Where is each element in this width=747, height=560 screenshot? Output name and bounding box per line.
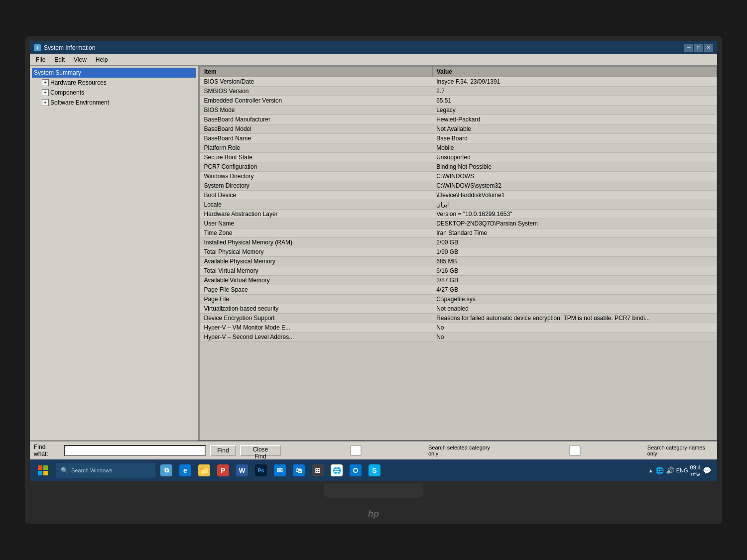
- close-button[interactable]: ✕: [704, 44, 713, 52]
- find-input[interactable]: [64, 445, 207, 456]
- table-cell-value: No: [432, 323, 716, 332]
- table-cell-item: Installed Physical Memory (RAM): [200, 237, 433, 247]
- table-row: Virtualization-based securityNot enabled: [200, 304, 717, 313]
- table-row: Page FileC:\pagefile.sys: [200, 294, 717, 304]
- taskbar-app-store[interactable]: 🛍: [290, 461, 308, 479]
- right-panel: Item Value BIOS Version/DateInsyde F.34,…: [199, 66, 717, 441]
- taskbar-app-photoshop[interactable]: Ps: [252, 461, 270, 479]
- find-checkbox-names[interactable]: [504, 445, 646, 456]
- table-cell-item: Hardware Abstraction Layer: [200, 209, 433, 219]
- app-icon: ℹ: [34, 44, 41, 51]
- menu-help[interactable]: Help: [92, 55, 112, 64]
- find-button[interactable]: Find: [210, 445, 236, 456]
- close-find-button[interactable]: Close Find: [240, 445, 281, 456]
- table-cell-value: 2.7: [432, 86, 716, 96]
- find-checkbox-category[interactable]: [285, 445, 427, 456]
- find-option-category-names[interactable]: Search category names only: [504, 445, 713, 456]
- hp-logo: hp: [368, 509, 379, 519]
- skype-icon: S: [369, 464, 380, 476]
- table-cell-value: \Device\HarddiskVolume1: [432, 190, 716, 200]
- expand-software[interactable]: +: [42, 99, 49, 106]
- expand-components[interactable]: +: [42, 89, 49, 96]
- menu-file[interactable]: File: [32, 55, 49, 64]
- find-options: Search selected category only Search cat…: [285, 445, 713, 456]
- table-cell-item: Available Virtual Memory: [200, 275, 433, 285]
- taskbar-app-outlook[interactable]: O: [347, 461, 365, 479]
- table-row: Device Encryption SupportReasons for fai…: [200, 313, 717, 323]
- taskbar-right: ▲ 🌐 🔊 ENG 09:4 ۱۳۹۸ 💬: [648, 464, 715, 477]
- table-row: BIOS Version/DateInsyde F.34, 23/09/1391: [200, 77, 717, 86]
- taskbar-app-calculator[interactable]: ⊞: [309, 461, 327, 479]
- start-button[interactable]: [32, 459, 54, 481]
- word-icon: W: [236, 464, 248, 476]
- table-cell-value: ایران: [432, 200, 716, 209]
- table-row: Available Virtual Memory3/87 GB: [200, 275, 717, 285]
- table-row: Embedded Controller Version65.51: [200, 96, 717, 105]
- table-cell-item: Total Physical Memory: [200, 247, 433, 256]
- taskbar-app-mail[interactable]: ✉: [271, 461, 289, 479]
- table-cell-item: SMBIOS Version: [200, 86, 433, 96]
- taskbar-app-edge[interactable]: e: [176, 461, 194, 479]
- taskbar-app-word[interactable]: W: [233, 461, 251, 479]
- task-view-icon: ⧉: [160, 464, 172, 476]
- table-row: Time ZoneIran Standard Time: [200, 228, 717, 237]
- outlook-icon: O: [350, 464, 362, 476]
- title-bar: ℹ System Information ─ □ ✕: [30, 41, 717, 54]
- calculator-icon: ⊞: [312, 464, 324, 476]
- software-environment-label: Software Environment: [50, 99, 109, 106]
- chrome-icon: 🌐: [331, 464, 343, 476]
- table-cell-value: 4/27 GB: [432, 285, 716, 294]
- menu-edit[interactable]: Edit: [50, 55, 69, 64]
- expand-hardware[interactable]: +: [42, 79, 49, 86]
- table-row: Windows DirectoryC:\WINDOWS: [200, 171, 717, 181]
- table-cell-value: Binding Not Possible: [432, 162, 716, 171]
- taskbar-app-task-view[interactable]: ⧉: [157, 461, 175, 479]
- table-row: Localeایران: [200, 200, 717, 209]
- left-panel: System Summary + Hardware Resources + Co…: [30, 66, 199, 441]
- table-row: Available Physical Memory685 MB: [200, 256, 717, 266]
- powerpoint-icon: P: [217, 464, 229, 476]
- table-cell-item: Embedded Controller Version: [200, 96, 433, 105]
- clock-time: 09:4: [690, 464, 701, 471]
- sidebar-item-software-environment[interactable]: + Software Environment: [32, 98, 196, 108]
- minimize-button[interactable]: ─: [684, 44, 693, 52]
- clock: 09:4 ۱۳۹۸: [690, 464, 701, 477]
- table-cell-value: Unsupported: [432, 152, 716, 162]
- table-row: Page File Space4/27 GB: [200, 285, 717, 294]
- taskbar-app-skype[interactable]: S: [366, 461, 383, 479]
- table-cell-item: Device Encryption Support: [200, 313, 433, 323]
- info-table: Item Value BIOS Version/DateInsyde F.34,…: [200, 66, 717, 342]
- col-header-value: Value: [432, 66, 716, 77]
- sidebar-item-system-summary[interactable]: System Summary: [32, 68, 196, 78]
- table-cell-value: 3/87 GB: [432, 275, 716, 285]
- notification-icon: 💬: [703, 466, 711, 474]
- data-table: Item Value BIOS Version/DateInsyde F.34,…: [199, 66, 717, 441]
- table-cell-value: 6/16 GB: [432, 266, 716, 275]
- table-cell-item: Secure Boot State: [200, 152, 433, 162]
- table-cell-item: BaseBoard Name: [200, 133, 433, 143]
- photoshop-icon: Ps: [255, 464, 267, 476]
- table-cell-value: 65.51: [432, 96, 716, 105]
- find-option-selected-category[interactable]: Search selected category only: [285, 445, 498, 456]
- taskbar-app-chrome[interactable]: 🌐: [328, 461, 346, 479]
- menu-view[interactable]: View: [70, 55, 91, 64]
- table-row: Hyper-V – VM Monitor Mode E...No: [200, 323, 717, 332]
- sidebar-item-components[interactable]: + Components: [32, 88, 196, 98]
- table-row: BaseBoard NameBase Board: [200, 133, 717, 143]
- svg-rect-3: [43, 471, 48, 475]
- table-cell-value: No: [432, 332, 716, 341]
- monitor-base: [286, 499, 461, 506]
- table-cell-value: 685 MB: [432, 256, 716, 266]
- table-row: BaseBoard ManufacturerHewlett-Packard: [200, 114, 717, 124]
- table-row: Boot Device\Device\HarddiskVolume1: [200, 190, 717, 200]
- table-cell-item: Hyper-V – VM Monitor Mode E...: [200, 323, 433, 332]
- table-cell-value: C:\pagefile.sys: [432, 294, 716, 304]
- up-arrow-icon: ▲: [648, 468, 653, 473]
- table-row: PCR7 ConfigurationBinding Not Possible: [200, 162, 717, 171]
- sidebar-item-hardware-resources[interactable]: + Hardware Resources: [32, 78, 196, 88]
- taskbar-app-powerpoint[interactable]: P: [214, 461, 232, 479]
- table-cell-value: DESKTOP-2ND3Q7D\Parsian System: [432, 219, 716, 228]
- maximize-button[interactable]: □: [694, 44, 703, 52]
- taskbar-search[interactable]: 🔍 Search Windows: [56, 463, 155, 478]
- taskbar-app-file-explorer[interactable]: 📁: [195, 461, 213, 479]
